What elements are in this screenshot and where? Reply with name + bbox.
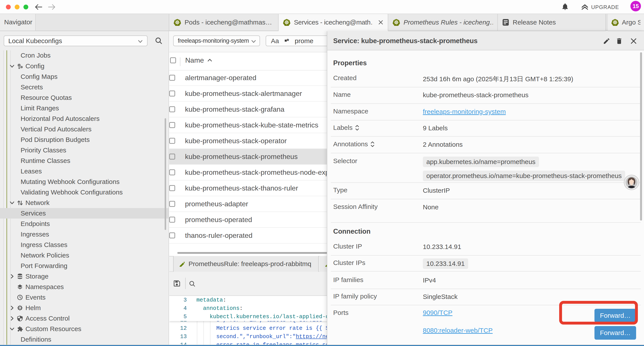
svg-text:HELM: HELM <box>18 307 22 309</box>
